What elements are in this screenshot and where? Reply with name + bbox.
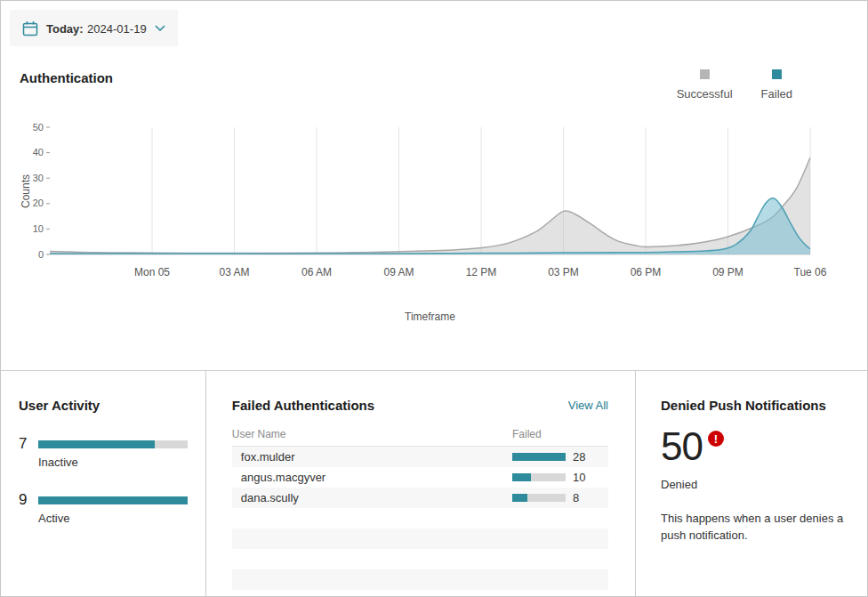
- denied-label: Denied: [661, 478, 846, 491]
- svg-text:09 PM: 09 PM: [712, 266, 743, 278]
- failed-bar-fill: [512, 473, 531, 481]
- table-row: dana.scully 8: [232, 488, 608, 508]
- date-picker-label: Today:: [46, 22, 84, 36]
- svg-text:03 AM: 03 AM: [219, 266, 249, 278]
- date-picker-value: 2024-01-19: [87, 22, 147, 36]
- active-bar-fill: [38, 496, 188, 504]
- denied-description: This happens when a user denies a push n…: [661, 511, 846, 545]
- user-name: dana.scully: [232, 491, 512, 504]
- inactive-label: Inactive: [38, 456, 188, 469]
- denied-push-title: Denied Push Notifications: [661, 398, 846, 413]
- svg-text:06 AM: 06 AM: [301, 266, 332, 278]
- inactive-count: 7: [19, 435, 31, 453]
- failed-bar: [512, 494, 566, 502]
- failed-bar-fill: [512, 494, 527, 502]
- denied-push-panel: Denied Push Notifications 50 ! Denied Th…: [636, 371, 867, 596]
- legend-item-failed: Failed: [761, 69, 792, 101]
- alert-icon: !: [708, 431, 724, 447]
- legend-swatch: [700, 69, 710, 79]
- failed-authentications-table: User Name Failed fox.mulder 28 angus.mac…: [232, 424, 608, 590]
- calendar-icon: [22, 20, 38, 36]
- user-activity-item-active: 9 Active: [19, 491, 188, 525]
- user-name: angus.macgyver: [232, 471, 512, 484]
- failed-bar-fill: [512, 453, 566, 461]
- failed-count: 28: [573, 450, 585, 464]
- chart-legend: SuccessfulFailed: [677, 69, 792, 101]
- svg-text:50: 50: [33, 122, 44, 133]
- active-count: 9: [19, 491, 31, 509]
- table-row-empty: [232, 508, 608, 528]
- failed-authentications-panel: Failed Authentications View All User Nam…: [206, 371, 636, 596]
- svg-text:30: 30: [33, 173, 44, 183]
- chevron-down-icon: [155, 25, 165, 31]
- svg-text:40: 40: [33, 147, 44, 157]
- date-picker[interactable]: Today: 2024-01-19: [10, 10, 178, 46]
- user-activity-title: User Activity: [19, 398, 188, 413]
- svg-text:12 PM: 12 PM: [466, 266, 497, 278]
- active-label: Active: [38, 512, 188, 525]
- legend-item-successful: Successful: [677, 69, 733, 101]
- failed-bar: [512, 473, 566, 481]
- svg-text:10: 10: [33, 223, 44, 234]
- inactive-bar: [38, 440, 188, 448]
- active-bar: [38, 496, 188, 504]
- user-activity-item-inactive: 7 Inactive: [19, 435, 188, 469]
- table-row-empty: [232, 528, 608, 549]
- table-row-empty: [232, 569, 608, 590]
- chart-x-axis-label: Timeframe: [50, 311, 810, 323]
- section-title-authentication: Authentication: [20, 70, 113, 85]
- svg-text:03 PM: 03 PM: [548, 266, 579, 278]
- column-header-failed: Failed: [512, 428, 608, 440]
- svg-text:09 AM: 09 AM: [383, 266, 414, 278]
- user-activity-panel: User Activity 7 Inactive 9 Active: [1, 371, 206, 596]
- failed-authentications-title: Failed Authentications: [232, 398, 374, 413]
- failed-count: 10: [573, 471, 585, 484]
- failed-count: 8: [573, 491, 579, 504]
- legend-swatch: [772, 69, 782, 79]
- table-header: User Name Failed: [232, 424, 608, 447]
- svg-text:Counts: Counts: [20, 174, 32, 208]
- failed-bar: [512, 453, 566, 461]
- legend-label: Successful: [677, 87, 733, 101]
- denied-count: 50: [661, 427, 703, 466]
- inactive-bar-fill: [38, 440, 155, 448]
- bottom-panels: User Activity 7 Inactive 9 Active Failed…: [1, 370, 867, 596]
- svg-text:20: 20: [33, 198, 44, 208]
- legend-label: Failed: [761, 87, 792, 101]
- svg-text:06 PM: 06 PM: [631, 266, 662, 278]
- table-row-empty: [232, 549, 608, 569]
- svg-text:0: 0: [38, 249, 44, 260]
- table-row: fox.mulder 28: [232, 447, 608, 467]
- view-all-link[interactable]: View All: [568, 399, 608, 412]
- authentication-chart: Mon 0503 AM06 AM09 AM12 PM03 PM06 PM09 P…: [19, 121, 828, 296]
- column-header-user-name: User Name: [232, 428, 512, 440]
- table-row: angus.macgyver 10: [232, 467, 608, 488]
- svg-text:Mon 05: Mon 05: [134, 266, 170, 278]
- svg-text:Tue 06: Tue 06: [794, 266, 827, 278]
- dashboard-page: Today: 2024-01-19 Authentication Success…: [0, 0, 868, 597]
- user-name: fox.mulder: [232, 450, 512, 464]
